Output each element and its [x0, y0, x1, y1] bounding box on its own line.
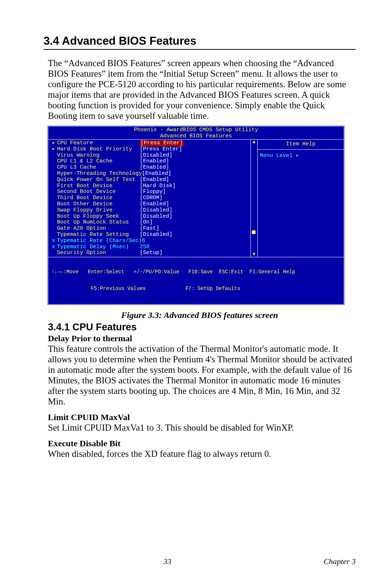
row-label: Hyper-Threading Technology: [57, 171, 142, 177]
row-value[interactable]: [Press Enter]: [140, 146, 182, 153]
scroll-down-icon[interactable]: ▼: [251, 252, 257, 257]
bios-scrollbar[interactable]: ▲ ▼: [250, 140, 257, 257]
section-divider: [44, 49, 356, 50]
row-marker-icon: [52, 183, 57, 189]
row-marker-icon: x: [52, 238, 57, 244]
help-title: Item Help: [260, 141, 342, 147]
row-value[interactable]: [Enabled]: [140, 177, 169, 183]
feature-body: Set Limit CPUID MaxVa1 to 3. This should…: [48, 422, 356, 433]
row-label: Boot Up Floppy Seek: [57, 214, 140, 220]
intro-paragraph: The “Advanced BIOS Features” screen appe…: [48, 58, 356, 121]
bios-row[interactable]: xTypematic Delay (Msec)250: [52, 244, 248, 250]
figure-caption: Figure 3.3: Advanced BIOS features scree…: [44, 310, 356, 320]
row-marker-icon: [52, 189, 57, 195]
row-value[interactable]: [Setup]: [140, 250, 163, 256]
row-label: Gate A20 Option: [57, 226, 140, 232]
row-value[interactable]: [Press Enter]: [140, 140, 184, 146]
row-marker-icon: [52, 195, 57, 201]
row-label: Swap Floppy Drive: [57, 208, 140, 214]
bios-help-panel: Item Help Menu Level ▸: [257, 140, 344, 257]
row-marker-icon: [52, 232, 57, 238]
row-label: Third Boot Device: [57, 195, 140, 201]
row-marker-icon: [52, 158, 57, 165]
bios-row[interactable]: ▸CPU Feature[Press Enter]: [52, 140, 248, 146]
row-marker-icon: [52, 201, 57, 208]
row-value[interactable]: [Disabled]: [140, 208, 172, 214]
row-label: CPU L1 & L2 Cache: [57, 158, 140, 165]
row-label: First Boot Device: [57, 183, 140, 189]
row-value[interactable]: [On]: [140, 220, 153, 226]
bios-row[interactable]: Third Boot Device[CDROM]: [52, 195, 248, 201]
row-value[interactable]: [CDROM]: [140, 195, 163, 201]
row-value[interactable]: 250: [140, 244, 150, 250]
row-value[interactable]: [Disabled]: [140, 214, 172, 220]
row-value[interactable]: [Floppy]: [140, 189, 166, 195]
row-marker-icon: [52, 250, 57, 256]
row-label: Security Option: [57, 250, 140, 256]
row-value[interactable]: [Hard Disk]: [140, 183, 176, 189]
feature-body: When disabled, forces the XD feature fla…: [48, 448, 356, 459]
section-title: 3.4 Advanced BIOS Features: [44, 35, 356, 48]
row-label: Boot Other Device: [57, 201, 140, 208]
feature-heading: Limit CPUID MaxVal: [48, 412, 356, 422]
bios-row[interactable]: CPU L1 & L2 Cache[Enabled]: [52, 158, 248, 165]
bios-settings-panel: ▸CPU Feature[Press Enter]▸Hard Disk Boot…: [48, 140, 250, 257]
bios-title-line1: Phoenix - AwardBIOS CMOS Setup Utility: [48, 127, 344, 133]
row-value[interactable]: 6: [142, 238, 145, 244]
row-label: Typematic Rate (Chars/Sec): [57, 238, 142, 244]
row-value[interactable]: [Enabled]: [140, 158, 169, 165]
row-value[interactable]: [Enabled]: [140, 165, 169, 171]
row-marker-icon: ▸: [52, 146, 57, 153]
row-marker-icon: [52, 165, 57, 171]
bios-row[interactable]: Swap Floppy Drive[Disabled]: [52, 208, 248, 214]
row-label: Typematic Rate Setting: [57, 232, 140, 238]
row-marker-icon: [52, 177, 57, 183]
row-label: CPU Feature: [57, 140, 140, 146]
row-label: Second Boot Device: [57, 189, 140, 195]
bios-footer-line2: F5:Previous Values F7: SetUp Defaults: [51, 286, 341, 291]
row-marker-icon: [52, 226, 57, 232]
row-label: Boot Up NumLock Status: [57, 220, 140, 226]
bios-row[interactable]: Quick Power On Self Test[Enabled]: [52, 177, 248, 183]
row-value[interactable]: [Disabled]: [140, 153, 172, 159]
row-label: Hard Disk Boot Priority: [57, 146, 140, 153]
bios-row[interactable]: Boot Up NumLock Status[On]: [52, 220, 248, 226]
row-value[interactable]: [Disabled]: [140, 232, 172, 238]
bios-row[interactable]: Second Boot Device[Floppy]: [52, 189, 248, 195]
bios-row[interactable]: Security Option[Setup]: [52, 250, 248, 256]
bios-footer-line1: ↑↓→←:Move Enter:Select +/-/PU/PD:Value F…: [51, 269, 341, 275]
row-marker-icon: ▸: [52, 140, 57, 146]
scroll-up-icon[interactable]: ▲: [251, 140, 257, 145]
row-label: Typematic Delay (Msec): [57, 244, 140, 250]
bios-title-line2: Advanced BIOS Features: [48, 133, 344, 140]
row-marker-icon: [52, 171, 57, 177]
page-number: 33: [163, 557, 171, 566]
bios-row[interactable]: Boot Other Device[Enabled]: [52, 201, 248, 208]
bios-row[interactable]: Typematic Rate Setting[Disabled]: [52, 232, 248, 238]
bios-row[interactable]: ▸Hard Disk Boot Priority[Press Enter]: [52, 146, 248, 153]
chapter-label: Chapter 3: [323, 557, 356, 566]
row-value[interactable]: [Enabled]: [142, 171, 171, 177]
feature-heading: Execute Disable Bit: [48, 439, 356, 448]
bios-row[interactable]: Virus Warning[Disabled]: [52, 153, 248, 159]
row-marker-icon: [52, 220, 57, 226]
row-label: Quick Power On Self Test: [57, 177, 140, 183]
scroll-thumb[interactable]: [252, 230, 256, 234]
feature-body: This feature controls the activation of …: [48, 343, 356, 407]
bios-row[interactable]: xTypematic Rate (Chars/Sec)6: [52, 238, 248, 244]
menu-level: Menu Level ▸: [260, 152, 342, 159]
row-marker-icon: x: [52, 244, 57, 250]
row-marker-icon: [52, 208, 57, 214]
row-label: CPU L3 Cache: [57, 165, 140, 171]
row-marker-icon: [52, 153, 57, 159]
row-value[interactable]: [Fast]: [140, 226, 159, 232]
bios-row[interactable]: First Boot Device[Hard Disk]: [52, 183, 248, 189]
row-label: Virus Warning: [57, 153, 140, 159]
bios-row[interactable]: Gate A20 Option[Fast]: [52, 226, 248, 232]
row-value[interactable]: [Enabled]: [140, 201, 169, 208]
bios-row[interactable]: CPU L3 Cache[Enabled]: [52, 165, 248, 171]
bios-row[interactable]: Hyper-Threading Technology[Enabled]: [52, 171, 248, 177]
bios-row[interactable]: Boot Up Floppy Seek[Disabled]: [52, 214, 248, 220]
feature-heading: Delay Prior to thermal: [48, 334, 356, 343]
subsection-title: 3.4.1 CPU Features: [48, 322, 356, 333]
